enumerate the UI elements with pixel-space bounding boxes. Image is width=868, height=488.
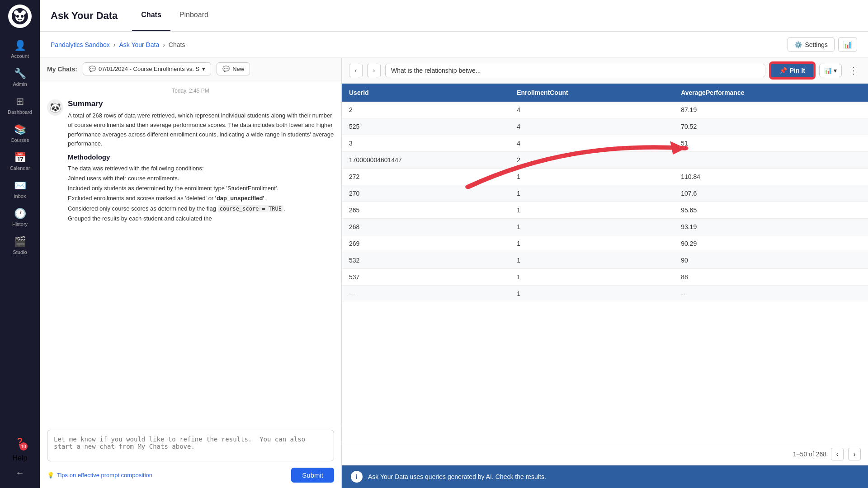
calendar-action-button[interactable]: 📊 [838, 37, 857, 52]
cell-userid: 2 [342, 102, 509, 118]
cell-avg-perf: -- [674, 286, 868, 302]
breadcrumb-bar: Pandalytics Sandbox › Ask Your Data › Ch… [40, 32, 868, 58]
chat-input-area: 💡 Tips on effective prompt composition S… [40, 424, 341, 488]
studio-icon: 🎬 [14, 236, 26, 248]
message-row: 🐼 Summary A total of 268 rows of data we… [47, 99, 334, 224]
settings-label: Settings [805, 41, 828, 48]
more-options-button[interactable]: ⋮ [846, 63, 861, 78]
breadcrumb-sep-1: › [113, 41, 116, 48]
sidebar-item-dashboard[interactable]: ⊞ Dashboard [0, 91, 40, 119]
sidebar-item-courses[interactable]: 📚 Courses [0, 119, 40, 147]
col-header-enrollment: EnrollmentCount [509, 84, 674, 102]
submit-button[interactable]: Submit [291, 468, 334, 483]
info-icon: i [351, 471, 363, 483]
cell-userid: 265 [342, 202, 509, 219]
sidebar-item-history[interactable]: 🕐 History [0, 203, 40, 231]
breadcrumb: Pandalytics Sandbox › Ask Your Data › Ch… [51, 41, 185, 48]
sidebar-item-label-dashboard: Dashboard [8, 109, 32, 115]
cell-enrollment: 1 [509, 235, 674, 252]
sidebar-collapse-button[interactable]: ← [0, 462, 40, 483]
breadcrumb-actions: ⚙️ Settings 📊 [788, 37, 857, 52]
cell-enrollment: 1 [509, 185, 674, 202]
cell-avg-perf: 90.29 [674, 235, 868, 252]
breadcrumb-pandalytics[interactable]: Pandalytics Sandbox [51, 41, 110, 48]
sidebar-item-account[interactable]: 👤 Account [0, 35, 40, 63]
bold-dap: 'dap_unspecified' [215, 195, 264, 202]
cell-userid: 269 [342, 235, 509, 252]
dashboard-icon: ⊞ [16, 96, 24, 108]
table-row: 2487.19 [342, 102, 868, 118]
sidebar-item-label-admin: Admin [13, 81, 27, 87]
cell-avg-perf [674, 152, 868, 169]
top-bar: Ask Your Data Chats Pinboard [40, 0, 868, 32]
app-logo[interactable] [8, 5, 32, 28]
sidebar-item-inbox[interactable]: ✉️ Inbox [0, 175, 40, 203]
table-header-row: UserId EnrollmentCount AveragePerformanc… [342, 84, 868, 102]
chat-input[interactable] [47, 430, 334, 461]
data-panel: ‹ › 📌 Pin It 📊 ▾ ⋮ UserId [342, 58, 868, 488]
tips-icon: 💡 [47, 472, 54, 479]
tab-chats[interactable]: Chats [132, 0, 170, 31]
breadcrumb-ask-your-data[interactable]: Ask Your Data [119, 41, 159, 48]
data-table: UserId EnrollmentCount AveragePerformanc… [342, 84, 868, 302]
pagination-next-button[interactable]: › [848, 448, 861, 460]
data-table-wrapper: UserId EnrollmentCount AveragePerformanc… [342, 84, 868, 443]
sidebar: 👤 Account 🔧 Admin ⊞ Dashboard 📚 Courses … [0, 0, 40, 488]
tips-link[interactable]: 💡 Tips on effective prompt composition [47, 472, 152, 479]
sidebar-item-admin[interactable]: 🔧 Admin [0, 63, 40, 91]
app-title: Ask Your Data [51, 10, 118, 22]
methodology-line-5: Grouped the results by each student and … [68, 214, 334, 224]
table-row: ---1-- [342, 286, 868, 302]
calendar-icon: 📅 [14, 152, 26, 164]
methodology-line-2: Included only students as determined by … [68, 183, 334, 193]
pin-icon: 📌 [779, 67, 787, 74]
body-area: My Chats: 💬 07/01/2024 - Course Enrollme… [40, 58, 868, 488]
info-banner-text: Ask Your Data uses queries generated by … [368, 473, 546, 480]
next-nav-button[interactable]: › [367, 64, 381, 77]
help-badge: 10 [19, 442, 28, 450]
table-row: 265195.65 [342, 202, 868, 219]
pagination-prev-button[interactable]: ‹ [831, 448, 844, 460]
tips-label: Tips on effective prompt composition [57, 472, 152, 479]
data-pagination: 1–50 of 268 ‹ › [342, 443, 868, 465]
chart-toggle-button[interactable]: 📊 ▾ [819, 64, 842, 77]
methodology-line-3: Excluded enrollments and scores marked a… [68, 193, 334, 203]
chart-icon: 📊 [824, 67, 832, 74]
breadcrumb-chats: Chats [169, 41, 185, 48]
settings-button[interactable]: ⚙️ Settings [788, 37, 835, 52]
main-content: Ask Your Data Chats Pinboard Pandalytics… [40, 0, 868, 488]
cell-avg-perf: 110.84 [674, 169, 868, 185]
tab-pinboard[interactable]: Pinboard [170, 0, 217, 31]
chevron-chart-icon: ▾ [834, 67, 837, 74]
sidebar-item-help[interactable]: ❓ 10 Help [0, 437, 40, 462]
new-chat-button[interactable]: 💬 New [217, 62, 250, 75]
sidebar-item-calendar[interactable]: 📅 Calendar [0, 147, 40, 175]
methodology-line-0: The data was retrieved with the followin… [68, 164, 334, 174]
sidebar-item-label-history: History [12, 221, 28, 227]
table-row: 532190 [342, 252, 868, 269]
table-row: 3451 [342, 135, 868, 152]
panda-avatar: 🐼 [47, 99, 63, 116]
chat-timestamp: Today, 2:45 PM [47, 88, 334, 94]
breadcrumb-sep-2: › [163, 41, 165, 48]
cell-userid: 270 [342, 185, 509, 202]
cell-avg-perf: 90 [674, 252, 868, 269]
cell-avg-perf: 70.52 [674, 118, 868, 135]
svg-point-4 [16, 15, 19, 18]
admin-icon: 🔧 [14, 68, 26, 80]
methodology-line-4: Considered only course scores as determi… [68, 204, 334, 214]
chat-select-dropdown[interactable]: 💬 07/01/2024 - Course Enrollments vs. S … [83, 62, 211, 75]
cell-userid: 537 [342, 269, 509, 286]
pin-it-button[interactable]: 📌 Pin It [770, 62, 815, 79]
methodology-title: Methodology [68, 153, 334, 161]
methodology-lines: The data was retrieved with the followin… [68, 164, 334, 224]
query-input[interactable] [385, 64, 765, 77]
message-content: Summary A total of 268 rows of data were… [68, 99, 334, 224]
cell-enrollment: 4 [509, 135, 674, 152]
prev-nav-button[interactable]: ‹ [349, 64, 363, 77]
sidebar-item-studio[interactable]: 🎬 Studio [0, 231, 40, 259]
cell-avg-perf: 87.19 [674, 102, 868, 118]
cell-userid: 532 [342, 252, 509, 269]
cell-avg-perf: 93.19 [674, 219, 868, 235]
svg-point-5 [21, 15, 24, 18]
